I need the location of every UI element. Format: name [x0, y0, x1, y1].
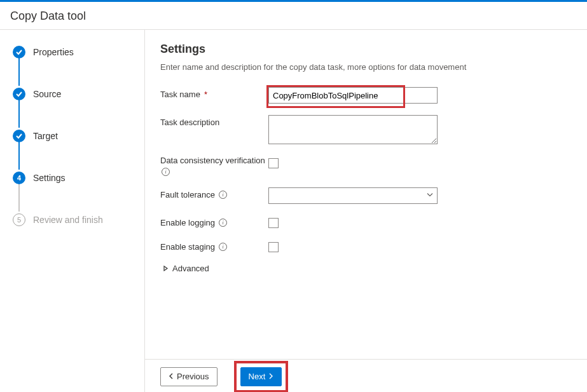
step-target[interactable]: Target: [13, 128, 144, 144]
row-enable-staging: Enable staging i: [160, 240, 572, 252]
step-connector: [18, 142, 20, 170]
content: Settings Enter name and description for …: [145, 30, 587, 359]
chevron-right-icon: [268, 372, 273, 381]
advanced-toggle[interactable]: Advanced: [163, 264, 572, 273]
layout: Properties Source Target 4 Settings 5 Re…: [0, 30, 587, 392]
label-text: Data consistency verification: [160, 156, 265, 165]
wizard-footer: Previous Next: [145, 359, 587, 392]
fault-tolerance-select[interactable]: [268, 187, 438, 204]
label-text: Task name: [160, 90, 200, 99]
enable-staging-checkbox[interactable]: [268, 242, 279, 252]
label-text: Enable logging: [160, 218, 215, 227]
step-properties[interactable]: Properties: [13, 44, 144, 60]
check-icon: [13, 88, 25, 100]
step-number-icon: 5: [13, 213, 25, 226]
button-label: Previous: [177, 372, 209, 381]
enable-logging-checkbox[interactable]: [268, 218, 279, 228]
label-enable-staging: Enable staging i: [160, 240, 268, 252]
step-connector: [18, 100, 20, 128]
section-subtitle: Enter name and description for the copy …: [160, 62, 572, 72]
previous-button[interactable]: Previous: [160, 367, 218, 386]
caret-right-icon: [163, 264, 169, 273]
step-settings[interactable]: 4 Settings: [13, 170, 144, 186]
info-icon[interactable]: i: [219, 243, 227, 251]
required-asterisk: *: [204, 90, 207, 99]
task-name-input[interactable]: [268, 87, 438, 104]
fault-tolerance-select-wrap: [268, 187, 438, 204]
step-label: Target: [33, 131, 58, 141]
info-icon[interactable]: i: [219, 219, 227, 227]
step-source[interactable]: Source: [13, 86, 144, 102]
check-icon: [13, 130, 25, 142]
label-task-description: Task description: [160, 115, 268, 127]
label-data-consistency: Data consistency verification i: [160, 156, 268, 176]
step-label: Review and finish: [33, 215, 103, 225]
next-button[interactable]: Next: [240, 367, 282, 386]
info-icon[interactable]: i: [219, 191, 227, 199]
highlight-next: Next: [237, 363, 286, 390]
chevron-left-icon: [169, 372, 174, 381]
data-consistency-checkbox[interactable]: [268, 158, 279, 168]
row-enable-logging: Enable logging i: [160, 215, 572, 228]
step-connector: [18, 58, 20, 86]
step-review: 5 Review and finish: [13, 212, 144, 228]
row-task-name: Task name *: [160, 87, 572, 104]
label-text: Enable staging: [160, 242, 215, 252]
wizard-steps: Properties Source Target 4 Settings 5 Re…: [0, 30, 145, 392]
task-description-input[interactable]: [268, 115, 438, 144]
highlight-task-name: [268, 87, 438, 104]
check-icon: [13, 46, 25, 58]
step-connector: [18, 184, 20, 212]
step-label: Source: [33, 89, 61, 99]
row-task-description: Task description: [160, 115, 572, 144]
main: Settings Enter name and description for …: [145, 30, 587, 392]
label-task-name: Task name *: [160, 87, 268, 99]
page-title: Copy Data tool: [0, 2, 587, 30]
section-title: Settings: [160, 43, 572, 56]
button-label: Next: [249, 372, 266, 381]
label-enable-logging: Enable logging i: [160, 215, 268, 227]
label-text: Task description: [160, 118, 219, 127]
label-fault-tolerance: Fault tolerance i: [160, 187, 268, 199]
step-label: Properties: [33, 47, 74, 57]
advanced-label: Advanced: [172, 264, 209, 273]
row-data-consistency: Data consistency verification i: [160, 156, 572, 176]
step-number-icon: 4: [13, 172, 25, 184]
row-fault-tolerance: Fault tolerance i: [160, 187, 572, 204]
label-text: Fault tolerance: [160, 190, 215, 199]
info-icon[interactable]: i: [162, 168, 170, 176]
step-label: Settings: [33, 173, 66, 183]
